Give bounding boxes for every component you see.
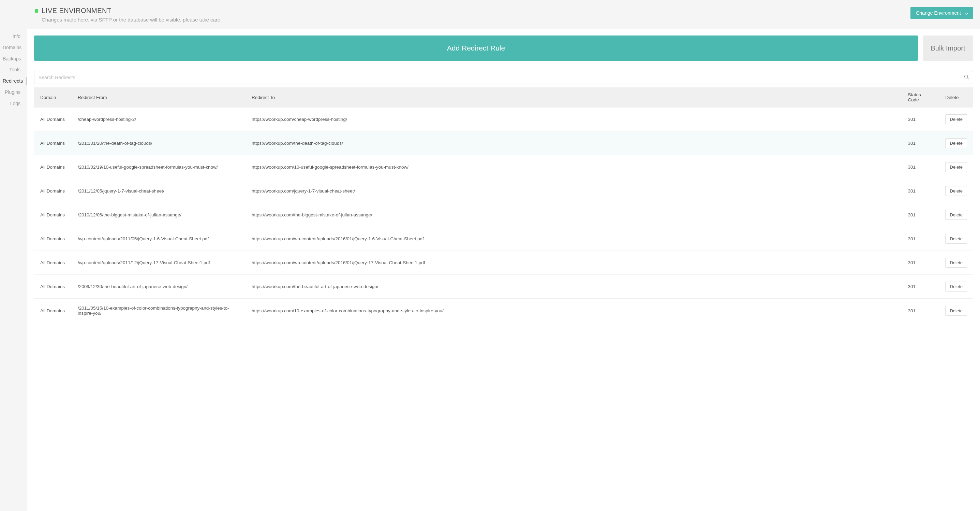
cell-domain: All Domains <box>34 275 72 299</box>
cell-redirect-from: /wp-content/uploads/2011/12/jQuery-17-Vi… <box>72 251 245 275</box>
main-content: LIVE ENVIRONMENT Changes made here, via … <box>27 0 980 511</box>
cell-redirect-to: https://woorkup.com/the-beautiful-art-of… <box>245 275 902 299</box>
environment-title: LIVE ENVIRONMENT <box>41 7 111 15</box>
cell-domain: All Domains <box>34 203 72 227</box>
cell-domain: All Domains <box>34 107 72 131</box>
live-indicator-icon <box>35 9 38 13</box>
th-redirect-to: Redirect To <box>245 87 902 107</box>
cell-status-code: 301 <box>902 107 939 131</box>
table-row: All Domains/2011/12/05/jquery-1-7-visual… <box>34 179 973 203</box>
cell-status-code: 301 <box>902 251 939 275</box>
cell-status-code: 301 <box>902 275 939 299</box>
table-row: All Domains/wp-content/uploads/2011/12/j… <box>34 251 973 275</box>
cell-delete: Delete <box>939 107 973 131</box>
cell-redirect-to: https://woorkup.com/the-death-of-tag-clo… <box>245 131 902 155</box>
cell-delete: Delete <box>939 299 973 323</box>
cell-redirect-from: /2011/12/05/jquery-1-7-visual-cheat-shee… <box>72 179 245 203</box>
topbar: LIVE ENVIRONMENT Changes made here, via … <box>27 0 980 29</box>
add-redirect-rule-button[interactable]: Add Redirect Rule <box>34 35 918 61</box>
delete-button[interactable]: Delete <box>945 162 967 172</box>
table-row: All Domains/2010/02/19/10-useful-google-… <box>34 155 973 179</box>
cell-redirect-to: https://woorkup.com/the-biggest-mistake-… <box>245 203 902 227</box>
cell-status-code: 301 <box>902 203 939 227</box>
cell-delete: Delete <box>939 203 973 227</box>
cell-redirect-to: https://woorkup.com/10-examples-of-color… <box>245 299 902 323</box>
cell-status-code: 301 <box>902 131 939 155</box>
cell-status-code: 301 <box>902 227 939 251</box>
delete-button[interactable]: Delete <box>945 282 967 292</box>
sidebar-item-domains[interactable]: Domains <box>0 42 27 53</box>
redirects-table: Domain Redirect From Redirect To Status … <box>34 87 973 323</box>
cell-redirect-from: /2011/05/15/10-examples-of-color-combina… <box>72 299 245 323</box>
sidebar: Info Domains Backups Tools Redirects Plu… <box>0 0 27 511</box>
table-header-row: Domain Redirect From Redirect To Status … <box>34 87 973 107</box>
delete-button[interactable]: Delete <box>945 258 967 268</box>
cell-redirect-from: /cheap-wordpress-hosting-2/ <box>72 107 245 131</box>
th-domain: Domain <box>34 87 72 107</box>
cell-delete: Delete <box>939 227 973 251</box>
cell-delete: Delete <box>939 251 973 275</box>
delete-button[interactable]: Delete <box>945 306 967 316</box>
cell-redirect-from: /2010/12/06/the-biggest-mistake-of-julia… <box>72 203 245 227</box>
cell-redirect-from: /wp-content/uploads/2011/05/jQuery-1.6-V… <box>72 227 245 251</box>
cell-delete: Delete <box>939 155 973 179</box>
cell-redirect-to: https://woorkup.com/jquery-1-7-visual-ch… <box>245 179 902 203</box>
bulk-import-button[interactable]: Bulk Import <box>923 35 973 61</box>
cell-redirect-to: https://woorkup.com/wp-content/uploads/2… <box>245 251 902 275</box>
cell-redirect-to: https://woorkup.com/10-useful-google-spr… <box>245 155 902 179</box>
cell-redirect-from: /2010/01/20/the-death-of-tag-clouds/ <box>72 131 245 155</box>
change-environment-label: Change Environment <box>916 10 961 16</box>
th-redirect-from: Redirect From <box>72 87 245 107</box>
delete-button[interactable]: Delete <box>945 186 967 196</box>
delete-button[interactable]: Delete <box>945 234 967 244</box>
cell-delete: Delete <box>939 179 973 203</box>
cell-redirect-from: /2009/12/30/the-beautiful-art-of-japanes… <box>72 275 245 299</box>
cell-status-code: 301 <box>902 155 939 179</box>
cell-domain: All Domains <box>34 179 72 203</box>
sidebar-item-logs[interactable]: Logs <box>0 98 27 109</box>
table-row: All Domains/2009/12/30/the-beautiful-art… <box>34 275 973 299</box>
table-row: All Domains/wp-content/uploads/2011/05/j… <box>34 227 973 251</box>
delete-button[interactable]: Delete <box>945 138 967 148</box>
cell-domain: All Domains <box>34 251 72 275</box>
environment-subtext: Changes made here, via SFTP or the datab… <box>41 17 222 22</box>
th-status-code: Status Code <box>902 87 939 107</box>
chevron-down-icon <box>965 10 969 16</box>
cell-delete: Delete <box>939 275 973 299</box>
sidebar-item-info[interactable]: Info <box>0 31 27 42</box>
change-environment-button[interactable]: Change Environment <box>910 7 973 19</box>
sidebar-item-backups[interactable]: Backups <box>0 53 27 64</box>
cell-domain: All Domains <box>34 227 72 251</box>
table-row: All Domains/cheap-wordpress-hosting-2/ht… <box>34 107 973 131</box>
sidebar-item-redirects[interactable]: Redirects <box>0 75 27 87</box>
cell-domain: All Domains <box>34 155 72 179</box>
th-delete: Delete <box>939 87 973 107</box>
content-panel: Add Redirect Rule Bulk Import Domain Red… <box>27 29 980 511</box>
cell-status-code: 301 <box>902 179 939 203</box>
cell-redirect-to: https://woorkup.com/wp-content/uploads/2… <box>245 227 902 251</box>
sidebar-item-tools[interactable]: Tools <box>0 64 27 75</box>
table-row: All Domains/2011/05/15/10-examples-of-co… <box>34 299 973 323</box>
cell-domain: All Domains <box>34 131 72 155</box>
sidebar-item-plugins[interactable]: Plugins <box>0 87 27 98</box>
cell-status-code: 301 <box>902 299 939 323</box>
search-input[interactable] <box>34 71 973 84</box>
cell-redirect-to: https://woorkup.com/cheap-wordpress-host… <box>245 107 902 131</box>
table-row: All Domains/2010/12/06/the-biggest-mista… <box>34 203 973 227</box>
delete-button[interactable]: Delete <box>945 210 967 220</box>
cell-delete: Delete <box>939 131 973 155</box>
environment-block: LIVE ENVIRONMENT Changes made here, via … <box>35 7 222 22</box>
table-row: All Domains/2010/01/20/the-death-of-tag-… <box>34 131 973 155</box>
cell-redirect-from: /2010/02/19/10-useful-google-spreadsheet… <box>72 155 245 179</box>
cell-domain: All Domains <box>34 299 72 323</box>
delete-button[interactable]: Delete <box>945 114 967 124</box>
